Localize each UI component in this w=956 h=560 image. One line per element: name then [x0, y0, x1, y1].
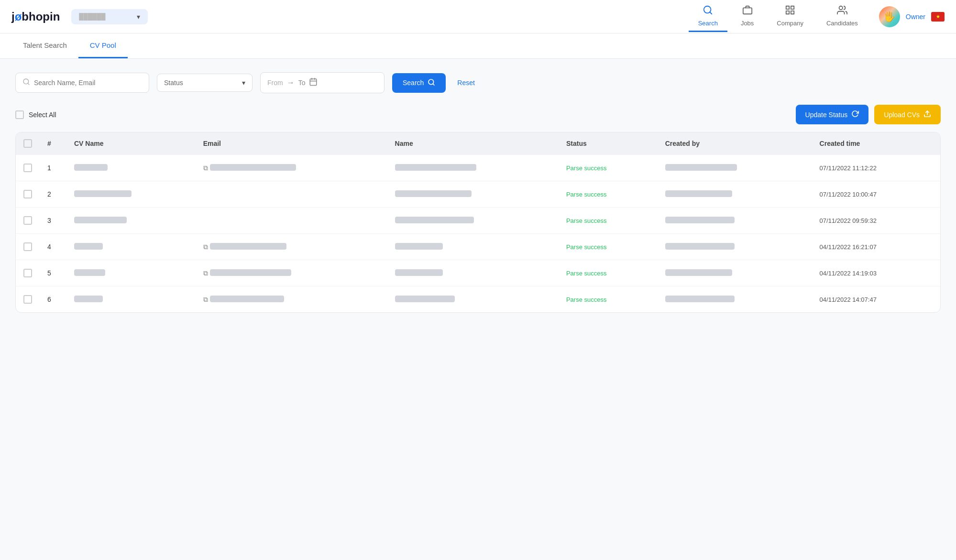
row-status: Parse success — [559, 181, 658, 208]
status-dropdown[interactable]: Status ▾ — [157, 74, 253, 92]
row-created-by — [658, 155, 812, 181]
sub-nav: Talent Search CV Pool — [0, 33, 956, 59]
row-email: ⧉ — [196, 260, 387, 286]
col-created-time: Created time — [812, 132, 940, 155]
created-time-value: 04/11/2022 14:19:03 — [820, 270, 877, 277]
row-email — [196, 208, 387, 234]
jobs-nav-icon — [742, 5, 753, 18]
col-email: Email — [196, 132, 387, 155]
status-select-label: Status — [164, 79, 238, 87]
created-time-value: 07/11/2022 09:59:32 — [820, 217, 877, 224]
status-badge: Parse success — [566, 243, 607, 251]
copy-icon[interactable]: ⧉ — [203, 269, 208, 277]
search-button-icon — [428, 78, 435, 88]
company-select-value: ██████ — [79, 13, 133, 20]
svg-rect-10 — [310, 79, 317, 86]
status-chevron-icon: ▾ — [242, 79, 245, 87]
col-status: Status — [559, 132, 658, 155]
table-row: 2 Parse success 07/11/2022 10:00:47 — [16, 181, 940, 208]
row-checkbox[interactable] — [23, 295, 32, 304]
row-checkbox[interactable] — [23, 190, 32, 198]
row-name — [387, 208, 559, 234]
row-index: 2 — [40, 181, 66, 208]
created-time-value: 04/11/2022 14:07:47 — [820, 296, 877, 303]
upload-cvs-button[interactable]: Upload CVs — [874, 105, 941, 124]
filter-bar: Status ▾ From → To Search Reset — [15, 72, 941, 93]
chevron-down-icon: ▾ — [137, 13, 140, 21]
sub-nav-talent-search[interactable]: Talent Search — [11, 33, 78, 58]
svg-rect-4 — [791, 6, 794, 9]
row-index: 6 — [40, 286, 66, 313]
arrow-icon: → — [287, 78, 295, 87]
table-row: 4 ⧉ Parse success 04/11/2022 16:21:07 — [16, 234, 940, 260]
row-checkbox-cell — [16, 208, 40, 234]
nav-company-label: Company — [777, 20, 803, 27]
search-input-wrap[interactable] — [15, 73, 149, 93]
row-cv-name — [66, 155, 196, 181]
nav-item-search[interactable]: Search — [689, 1, 727, 32]
sub-nav-cv-pool[interactable]: CV Pool — [78, 33, 128, 58]
row-created-by — [658, 260, 812, 286]
main-nav: Search Jobs Company Candidates — [689, 1, 868, 32]
nav-item-company[interactable]: Company — [767, 1, 813, 32]
row-cv-name — [66, 234, 196, 260]
update-status-button[interactable]: Update Status — [796, 105, 869, 124]
row-status: Parse success — [559, 260, 658, 286]
date-to-label: To — [298, 79, 306, 87]
nav-item-candidates[interactable]: Candidates — [817, 1, 868, 32]
created-time-value: 07/11/2022 11:12:22 — [820, 165, 877, 172]
row-created-time: 07/11/2022 11:12:22 — [812, 155, 940, 181]
logo[interactable]: jøbhopin — [11, 10, 60, 23]
upload-cvs-label: Upload CVs — [884, 111, 920, 119]
row-status: Parse success — [559, 286, 658, 313]
copy-icon[interactable]: ⧉ — [203, 243, 208, 251]
row-cv-name — [66, 181, 196, 208]
row-index: 3 — [40, 208, 66, 234]
row-checkbox[interactable] — [23, 269, 32, 277]
row-created-time: 07/11/2022 09:59:32 — [812, 208, 940, 234]
row-checkbox[interactable] — [23, 216, 32, 225]
nav-item-jobs[interactable]: Jobs — [731, 1, 763, 32]
row-email: ⧉ — [196, 286, 387, 313]
status-badge: Parse success — [566, 296, 607, 303]
calendar-icon[interactable] — [309, 77, 318, 88]
row-name — [387, 286, 559, 313]
row-checkbox-cell — [16, 286, 40, 313]
row-email: ⧉ — [196, 155, 387, 181]
row-created-time: 07/11/2022 10:00:47 — [812, 181, 940, 208]
copy-icon[interactable]: ⧉ — [203, 164, 208, 172]
select-all-checkbox[interactable] — [15, 110, 24, 119]
row-status: Parse success — [559, 208, 658, 234]
nav-search-label: Search — [698, 20, 718, 27]
svg-rect-3 — [786, 6, 789, 9]
col-name: Name — [387, 132, 559, 155]
company-nav-icon — [785, 5, 795, 18]
reset-button[interactable]: Reset — [453, 74, 479, 92]
table-row: 1 ⧉ Parse success 07/11/2022 11:12:22 — [16, 155, 940, 181]
date-from-placeholder: From — [267, 79, 283, 87]
date-range-picker[interactable]: From → To — [260, 72, 385, 93]
search-button[interactable]: Search — [392, 73, 446, 93]
status-badge: Parse success — [566, 191, 607, 198]
row-status: Parse success — [559, 234, 658, 260]
status-badge: Parse success — [566, 217, 607, 224]
main-content: Status ▾ From → To Search Reset Select A… — [0, 59, 956, 560]
copy-icon[interactable]: ⧉ — [203, 296, 208, 303]
row-created-by — [658, 181, 812, 208]
row-checkbox[interactable] — [23, 164, 32, 172]
select-all-label: Select All — [29, 111, 56, 119]
svg-point-7 — [839, 6, 842, 10]
row-checkbox[interactable] — [23, 242, 32, 251]
header: jøbhopin ██████ ▾ Search Jobs Company — [0, 0, 956, 33]
col-index: # — [40, 132, 66, 155]
svg-rect-5 — [791, 11, 794, 14]
search-name-email-input[interactable] — [34, 79, 142, 87]
company-selector[interactable]: ██████ ▾ — [71, 9, 148, 24]
header-checkbox[interactable] — [23, 139, 32, 148]
col-created-by: Created by — [658, 132, 812, 155]
search-icon — [22, 78, 30, 88]
row-name — [387, 234, 559, 260]
row-name — [387, 181, 559, 208]
refresh-icon — [851, 110, 859, 119]
search-button-label: Search — [403, 79, 424, 87]
